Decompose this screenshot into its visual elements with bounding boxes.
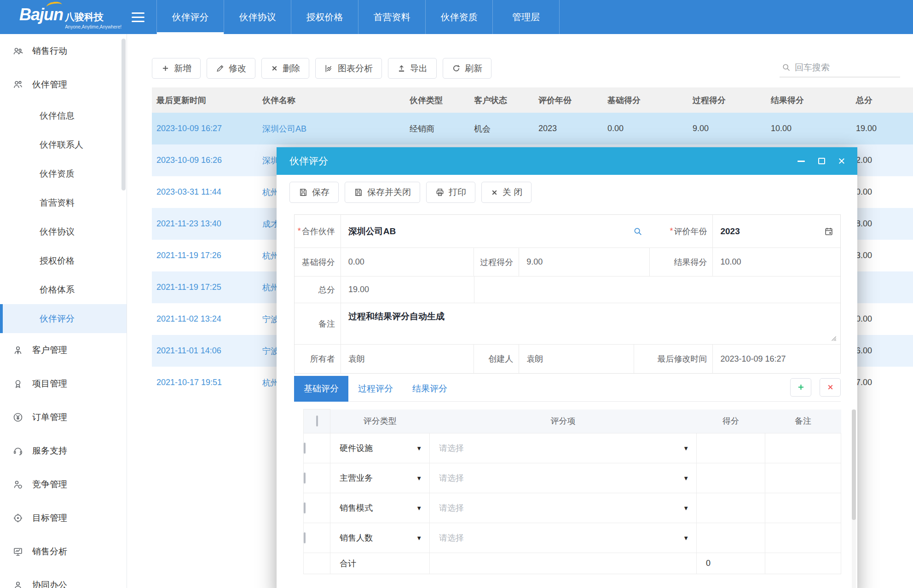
sidebar-item-order-management[interactable]: 订单管理 — [0, 400, 127, 434]
maximize-icon[interactable] — [817, 156, 826, 166]
add-button[interactable]: 新增 — [152, 58, 201, 79]
item-select[interactable]: 请选择▼ — [430, 473, 696, 484]
sidebar-item-service-support[interactable]: 服务支持 — [0, 434, 127, 467]
score-cell[interactable] — [697, 433, 765, 463]
row-checkbox[interactable] — [304, 532, 306, 543]
score-cell[interactable] — [697, 523, 765, 553]
category-select[interactable]: 销售模式▼ — [330, 502, 429, 513]
col-header[interactable]: 伙伴名称 — [258, 87, 405, 113]
pencil-icon — [216, 64, 225, 73]
partner-field[interactable]: 深圳公司AB — [341, 215, 649, 248]
process-score-field[interactable]: 9.00 — [519, 248, 649, 276]
print-button[interactable]: 打印 — [426, 182, 475, 203]
col-header[interactable]: 伙伴类型 — [405, 87, 469, 113]
category-select[interactable]: 销售人数▼ — [330, 532, 429, 543]
score-cell[interactable] — [697, 493, 765, 523]
chevron-down-icon: ▼ — [683, 445, 689, 452]
col-header[interactable]: 评价年份 — [534, 87, 603, 113]
export-button[interactable]: 导出 — [388, 58, 437, 79]
base-score-field[interactable]: 0.00 — [341, 248, 474, 276]
col-header[interactable]: 总分 — [851, 87, 913, 113]
sidebar-item-project-management[interactable]: 项目管理 — [0, 367, 127, 400]
category-select[interactable]: 主营业务▼ — [330, 473, 429, 484]
cell-partner-name[interactable]: 深圳公司AB — [258, 113, 405, 144]
nav-tabs: 伙伴评分 伙伴协议 授权价格 首营资料 伙伴资质 管理层 — [156, 0, 560, 34]
delete-button[interactable]: 删除 — [261, 58, 309, 79]
item-select[interactable]: 请选择▼ — [430, 532, 696, 543]
tab-result-score[interactable]: 结果评分 — [403, 376, 457, 402]
sidebar-item-price-system[interactable]: 价格体系 — [0, 275, 127, 304]
sidebar-item-competition-management[interactable]: 竞争管理 — [0, 467, 127, 501]
nav-tab-partner-agreement[interactable]: 伙伴协议 — [224, 0, 291, 34]
nav-tab-partner-score[interactable]: 伙伴评分 — [156, 0, 224, 34]
modal-header[interactable]: 伙伴评分 — [277, 147, 857, 175]
sidebar-item-label: 销售分析 — [32, 546, 67, 558]
lookup-search-icon[interactable] — [633, 226, 643, 236]
cell-updated: 2021-11-19 17:26 — [152, 240, 258, 271]
cell-base-score: 0.00 — [603, 113, 688, 144]
sidebar-scrollbar[interactable] — [121, 39, 126, 190]
search-input[interactable] — [795, 63, 907, 73]
sidebar-item-sales-action[interactable]: 销售行动 — [0, 34, 127, 68]
sidebar-item-partner-score[interactable]: 伙伴评分 — [0, 304, 127, 333]
nav-tab-management[interactable]: 管理层 — [492, 0, 560, 34]
select-all-checkbox[interactable] — [316, 415, 318, 427]
note-cell[interactable] — [765, 463, 841, 493]
nav-tab-first-camp-data[interactable]: 首营资料 — [358, 0, 425, 34]
col-header[interactable]: 客户状态 — [469, 87, 534, 113]
chart-analysis-button[interactable]: 图表分析 — [315, 58, 382, 79]
tab-base-score[interactable]: 基础评分 — [294, 376, 348, 402]
modal-scrollbar[interactable] — [852, 409, 856, 588]
table-row[interactable]: 2023-10-09 16:27 深圳公司AB 经销商 机会 2023 0.00… — [152, 113, 913, 144]
minimize-icon[interactable] — [797, 156, 806, 166]
chevron-down-icon: ▼ — [416, 445, 422, 452]
result-score-field[interactable]: 10.00 — [712, 248, 840, 276]
sidebar-item-partner-agreement[interactable]: 伙伴协议 — [0, 217, 127, 246]
sidebar-item-partner-contacts[interactable]: 伙伴联系人 — [0, 130, 127, 159]
category-select[interactable]: 硬件设施▼ — [330, 443, 429, 454]
remark-field[interactable]: 过程和结果评分自动生成 — [341, 303, 840, 344]
sidebar-item-target-management[interactable]: 目标管理 — [0, 501, 127, 535]
delete-row-button[interactable] — [820, 378, 841, 397]
col-header[interactable]: 基础得分 — [603, 87, 688, 113]
resize-handle-icon[interactable] — [828, 333, 838, 342]
required-mark: * — [298, 226, 301, 236]
tab-process-score[interactable]: 过程评分 — [348, 376, 403, 402]
brand-name: Bajun — [19, 5, 63, 24]
year-field[interactable]: 2023 — [712, 215, 840, 248]
save-button[interactable]: 保存 — [289, 182, 339, 203]
row-checkbox[interactable] — [304, 502, 306, 513]
partner-management-icon — [12, 79, 24, 91]
sidebar-item-partner-info[interactable]: 伙伴信息 — [0, 101, 127, 130]
save-and-close-button[interactable]: 保存并关闭 — [345, 182, 420, 203]
sidebar-item-label: 伙伴资质 — [40, 168, 75, 180]
score-cell[interactable] — [697, 463, 765, 493]
sidebar-item-customer-management[interactable]: 客户管理 — [0, 333, 127, 367]
chevron-down-icon: ▼ — [416, 505, 422, 512]
col-header[interactable]: 过程得分 — [688, 87, 766, 113]
close-icon[interactable] — [837, 156, 846, 166]
sidebar-item-sales-analysis[interactable]: 销售分析 — [0, 535, 127, 568]
calendar-icon[interactable] — [824, 226, 834, 236]
item-select[interactable]: 请选择▼ — [430, 443, 696, 454]
sidebar-item-partner-management[interactable]: 伙伴管理 — [0, 68, 127, 101]
note-cell[interactable] — [765, 433, 841, 463]
refresh-button[interactable]: 刷新 — [443, 58, 491, 79]
sidebar-item-first-camp-data[interactable]: 首营资料 — [0, 188, 127, 217]
sidebar-item-partner-qualification[interactable]: 伙伴资质 — [0, 159, 127, 188]
note-cell[interactable] — [765, 523, 841, 553]
sidebar-item-collaborative-office[interactable]: 协同办公 — [0, 568, 127, 588]
nav-tab-authorized-price[interactable]: 授权价格 — [291, 0, 358, 34]
row-checkbox[interactable] — [304, 443, 306, 454]
col-header[interactable]: 结果得分 — [766, 87, 851, 113]
add-row-button[interactable] — [790, 378, 811, 397]
item-select[interactable]: 请选择▼ — [430, 502, 696, 513]
menu-toggle-icon[interactable] — [124, 0, 152, 34]
note-cell[interactable] — [765, 493, 841, 523]
row-checkbox[interactable] — [304, 473, 306, 484]
edit-button[interactable]: 修改 — [207, 58, 255, 79]
nav-tab-partner-qualification[interactable]: 伙伴资质 — [425, 0, 492, 34]
col-header[interactable]: 最后更新时间 — [152, 87, 258, 113]
sidebar-item-authorized-price[interactable]: 授权价格 — [0, 246, 127, 275]
modal-close-button[interactable]: 关 闭 — [481, 182, 532, 203]
